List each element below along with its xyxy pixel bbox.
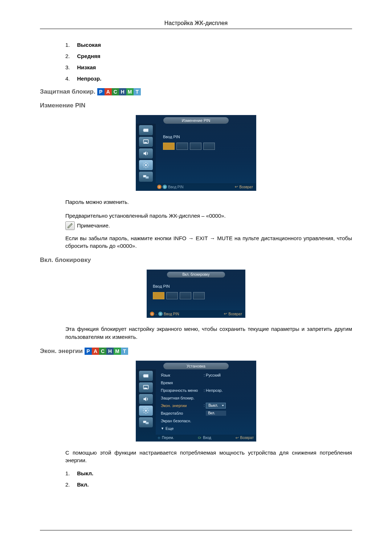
menu-value-transparency: : Непрозр. (204, 388, 252, 393)
change-pin-osd-screenshot: Изменение PIN Ввод PIN (136, 115, 256, 191)
pin-digit-box (193, 292, 205, 299)
a-icon: A (105, 88, 112, 95)
lock-description-text: Эта функция блокирует настройку экранног… (65, 325, 352, 341)
chevron-down-icon: ▼ (161, 427, 164, 430)
svg-rect-9 (198, 437, 200, 438)
picture-icon (139, 382, 153, 393)
svg-rect-3 (146, 176, 148, 178)
pin-digit-box (176, 143, 188, 150)
input-icon (139, 125, 153, 135)
multi-icon (139, 417, 153, 427)
note-icon (65, 221, 75, 230)
energy-options-list: 1. Выкл. 2. Вкл. (65, 470, 352, 488)
c-icon: C (112, 88, 119, 95)
more-label: Еще (166, 426, 173, 431)
pin-digit-box (153, 292, 164, 299)
t-icon: T (134, 88, 141, 95)
input-icon (139, 371, 153, 381)
list-label: Выкл. (77, 470, 93, 476)
return-icon (235, 436, 239, 440)
energy-description-text: С помощью этой функции настраивается пот… (65, 449, 352, 465)
note-row: Примечание. (65, 221, 352, 230)
default-password-text: Предварительно установленный пароль ЖК-д… (65, 212, 352, 220)
footer-return-label: Возврат (240, 436, 254, 440)
menu-item-video-wall: Видеотабло (161, 411, 204, 415)
list-item: 2. Средняя (65, 53, 352, 59)
menu-item-language: Язык (161, 373, 204, 377)
footer-left-label: Ввод PIN (164, 312, 179, 316)
transparency-options-list: 1. Высокая 2. Средняя 3. Низкая 4. Непро… (65, 42, 352, 82)
picture-icon (139, 137, 153, 147)
return-icon (223, 312, 228, 316)
list-label: Высокая (77, 42, 101, 48)
list-number: 1. (65, 470, 75, 476)
menu-item-security-lock: Защитная блокир. (161, 396, 204, 400)
h-icon: H (106, 348, 114, 355)
digit-dot-icon: 9 (158, 312, 163, 316)
osd-main: Ввод PIN (156, 124, 256, 183)
footer-move-label: Перем. (162, 436, 174, 440)
list-number: 4. (65, 75, 75, 82)
security-lock-heading: Защитная блокир. P A C H M T (40, 88, 352, 95)
sound-icon (139, 394, 153, 404)
lock-on-osd-screenshot: Вкл. блокировку Ввод PIN 0 .. 9 Ввод PIN (147, 270, 245, 318)
change-pin-heading: Изменение PIN (40, 102, 352, 109)
setup-icon (139, 160, 153, 170)
energy-dropdown-option: Вкл. (206, 411, 226, 416)
return-icon (234, 185, 238, 189)
footer-enter-label: Вход (203, 436, 211, 440)
p-icon: P (85, 348, 92, 355)
setup-icon (139, 406, 153, 416)
note-label: Примечание. (77, 222, 110, 229)
heading-text: Защитная блокир. (40, 88, 95, 95)
pachmt-icon-strip: P A C H M T (85, 348, 128, 355)
menu-item-more: ▼ Еще (161, 426, 173, 431)
energy-dropdown: Выкл. (206, 403, 226, 409)
osd-title: Изменение PIN (163, 117, 229, 124)
list-item: 4. Непрозр. (65, 75, 352, 82)
svg-point-1 (145, 164, 147, 166)
list-item: 1. Высокая (65, 42, 352, 48)
list-label: Низкая (77, 64, 96, 70)
list-item: 2. Вкл. (65, 481, 352, 488)
osd-title: Вкл. блокировку (167, 272, 225, 278)
forgot-password-text: Если вы забыли пароль, нажмите кнопки IN… (65, 234, 352, 250)
list-number: 1. (65, 42, 75, 48)
t-icon: T (121, 348, 128, 355)
footer-left-label: Ввод PIN (168, 185, 184, 189)
list-item: 3. Низкая (65, 64, 352, 70)
change-password-text: Пароль можно изменить. (65, 198, 352, 206)
c-icon: C (99, 348, 106, 355)
heading-text: Экон. энергии (40, 348, 83, 355)
digit-dot-icon: 0 (150, 312, 154, 316)
enter-pin-label: Ввод PIN (153, 284, 239, 288)
footer-right-label: Возврат (229, 312, 242, 316)
osd-sidebar (136, 369, 156, 435)
svg-point-8 (159, 437, 160, 438)
multi-icon (139, 172, 153, 182)
list-label: Вкл. (77, 481, 89, 488)
list-label: Средняя (77, 53, 100, 59)
list-label: Непрозр. (77, 75, 101, 82)
move-icon (157, 436, 161, 440)
menu-item-screen-safety: Экран безопасн. (161, 419, 204, 423)
osd-footer: 0 9 Ввод PIN Возврат (136, 183, 256, 190)
footer-rule (40, 530, 352, 530)
svg-rect-7 (146, 422, 148, 424)
list-number: 2. (65, 481, 75, 488)
lock-on-heading: Вкл. блокировку (40, 257, 352, 264)
pachmt-icon-strip: P A C H M T (97, 88, 141, 95)
p-icon: P (97, 88, 105, 95)
menu-item-energy-saving: Экон. энергии (161, 403, 204, 408)
pin-digit-box (190, 143, 201, 150)
footer-right-label: Возврат (240, 185, 253, 189)
digit-dot-icon: 9 (163, 185, 167, 189)
page-header: Настройка ЖК-дисплея (40, 20, 352, 29)
list-number: 2. (65, 53, 75, 59)
menu-item-time: Время (161, 381, 204, 385)
list-item: 1. Выкл. (65, 470, 352, 476)
pin-entry-row (153, 292, 239, 299)
pin-entry-row (163, 143, 251, 150)
m-icon: M (114, 348, 121, 355)
pin-digit-box (180, 292, 191, 299)
